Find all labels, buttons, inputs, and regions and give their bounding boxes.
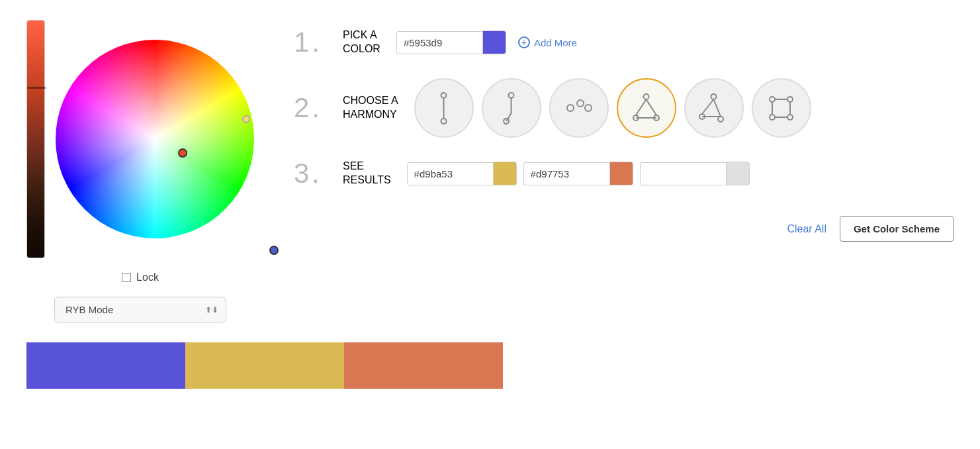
lock-row: Lock <box>122 272 159 283</box>
svg-point-25 <box>787 115 793 120</box>
slider-handle <box>27 87 46 89</box>
svg-line-13 <box>636 99 646 115</box>
harmony-split-icon <box>493 90 529 126</box>
harmony-triadic3[interactable] <box>549 78 609 138</box>
color-wheel-container <box>56 40 254 238</box>
result-input-group-2 <box>523 162 633 185</box>
svg-line-15 <box>646 99 657 115</box>
step2-label: CHOOSE A HARMONY <box>343 94 398 122</box>
lock-label: Lock <box>136 272 159 283</box>
get-color-scheme-button[interactable]: Get Color Scheme <box>840 216 954 242</box>
result-swatch-3[interactable] <box>726 162 750 185</box>
actions-row: Clear All Get Color Scheme <box>294 209 954 242</box>
harmony-analogous-icon <box>695 90 732 126</box>
color-dot-yellow[interactable] <box>242 115 250 123</box>
color-swatch-1[interactable] <box>482 30 506 54</box>
step2-row: 2. CHOOSE A HARMONY <box>294 78 954 138</box>
step3-row: 3. SEE RESULTS <box>294 158 954 189</box>
add-more-button[interactable]: + Add More <box>513 34 582 51</box>
harmony-triadic-icon <box>628 90 664 126</box>
harmony-options <box>414 78 811 138</box>
svg-point-10 <box>644 94 649 99</box>
color-hex-input-1[interactable] <box>396 31 482 54</box>
result-hex-input-2[interactable] <box>523 162 609 185</box>
svg-point-23 <box>787 97 793 102</box>
svg-point-9 <box>585 105 592 111</box>
harmony-triadic[interactable] <box>617 78 676 138</box>
result-swatch-1[interactable] <box>493 162 517 185</box>
bar-segment-1[interactable] <box>26 342 185 389</box>
color-wheel[interactable] <box>56 40 254 238</box>
color-dot-blue[interactable] <box>269 246 279 255</box>
svg-point-24 <box>770 115 775 120</box>
result-hex-input-1[interactable] <box>407 162 493 185</box>
svg-point-16 <box>711 94 717 99</box>
svg-point-0 <box>441 93 447 98</box>
step3-content <box>407 162 750 185</box>
bar-segment-3[interactable] <box>344 342 503 389</box>
svg-point-7 <box>567 105 574 111</box>
step3-label: SEE RESULTS <box>343 160 391 187</box>
result-input-group-1 <box>407 162 517 185</box>
svg-line-21 <box>714 99 721 117</box>
result-hex-input-3[interactable] <box>640 162 726 185</box>
lock-checkbox[interactable] <box>122 273 131 282</box>
color-input-group-1 <box>396 30 506 54</box>
step2-number: 2. <box>294 92 327 124</box>
wheel-area <box>26 20 254 258</box>
clear-all-button[interactable]: Clear All <box>787 223 826 235</box>
right-panel: 1. PICK A COLOR + Add More 2. <box>294 20 954 242</box>
harmony-triadic3-icon <box>560 90 597 126</box>
svg-point-18 <box>718 117 723 122</box>
svg-point-3 <box>509 93 514 98</box>
mode-select[interactable]: RYB Mode RGB Mode HSB Mode <box>54 297 226 323</box>
svg-line-19 <box>702 99 714 114</box>
harmony-complementary-icon <box>425 90 462 126</box>
svg-point-22 <box>770 97 775 102</box>
step1-row: 1. PICK A COLOR + Add More <box>294 26 954 58</box>
harmony-analogous[interactable] <box>684 78 744 138</box>
svg-point-2 <box>441 119 447 124</box>
svg-point-8 <box>577 100 584 107</box>
harmony-split[interactable] <box>482 78 541 138</box>
step3-number: 3. <box>294 158 327 189</box>
step1-label: PICK A COLOR <box>343 28 380 56</box>
harmony-square[interactable] <box>752 78 811 138</box>
harmony-square-icon <box>763 90 799 126</box>
hue-slider[interactable] <box>26 20 45 258</box>
harmony-complementary[interactable] <box>414 78 474 138</box>
left-panel: Lock RYB Mode RGB Mode HSB Mode ⬆⬇ <box>26 20 254 323</box>
step1-content: + Add More <box>396 30 582 54</box>
result-input-group-3 <box>640 162 750 185</box>
plus-circle-icon: + <box>518 36 530 48</box>
result-swatch-2[interactable] <box>609 162 633 185</box>
bar-segment-2[interactable] <box>185 342 344 389</box>
mode-select-wrap: RYB Mode RGB Mode HSB Mode ⬆⬇ <box>54 297 226 323</box>
color-dot-orange[interactable] <box>178 148 187 158</box>
step1-number: 1. <box>294 26 327 58</box>
bottom-color-bar <box>26 342 503 389</box>
